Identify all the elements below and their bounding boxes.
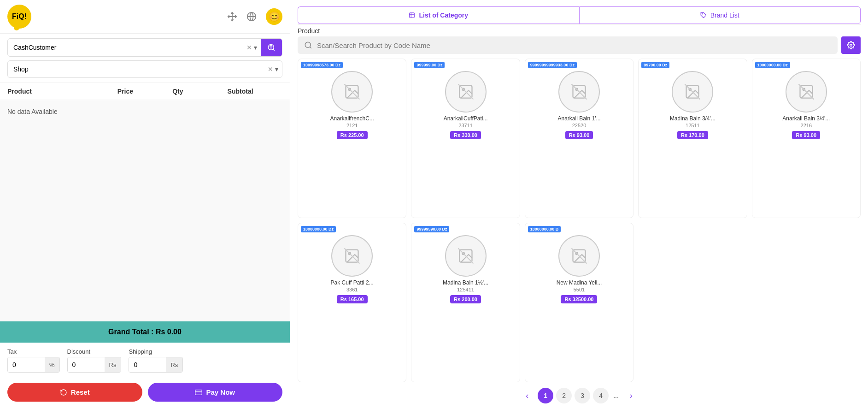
customer-clear-button[interactable]: ✕: [246, 44, 252, 51]
shipping-field-group: Shipping Rs: [129, 348, 183, 373]
table-header: Product Price Qty Subtotal: [0, 83, 290, 100]
grand-total-label: Grand Total : Rs 0.00: [108, 328, 182, 336]
tax-label: Tax: [7, 348, 60, 355]
pagination-page-2[interactable]: 2: [556, 388, 572, 403]
no-image-icon: [571, 248, 587, 264]
settings-button[interactable]: [841, 36, 861, 54]
customer-dropdown-button[interactable]: ▾: [254, 44, 257, 51]
discount-label: Discount: [67, 348, 122, 355]
search-input-wrap: [298, 36, 838, 54]
pagination-page-1[interactable]: 1: [538, 388, 553, 403]
col-qty: Qty: [172, 88, 227, 95]
shop-actions: ✕ ▾: [264, 65, 282, 73]
product-code: 12511: [686, 123, 700, 128]
shipping-label: Shipping: [129, 348, 183, 355]
price-badge: Rs 32500.00: [561, 295, 597, 303]
product-image: [786, 71, 827, 113]
price-badge: Rs 330.00: [450, 131, 481, 139]
pagination-page-3[interactable]: 3: [575, 388, 590, 403]
search-icon: [304, 41, 312, 49]
app-logo: FiQ!: [7, 5, 31, 29]
svg-line-28: [458, 249, 473, 264]
col-subtotal: Subtotal: [228, 88, 282, 95]
no-image-icon: [457, 83, 474, 100]
search-input[interactable]: [317, 41, 831, 49]
price-badge: Rs 93.00: [565, 131, 593, 139]
svg-line-19: [685, 84, 700, 100]
product-image: [558, 235, 600, 277]
shop-clear-button[interactable]: ✕: [268, 65, 273, 73]
product-image: [331, 71, 373, 113]
pay-label: Pay Now: [206, 388, 235, 396]
shipping-input-wrap: Rs: [129, 357, 183, 373]
no-image-icon: [344, 83, 360, 100]
shop-input[interactable]: [8, 61, 264, 77]
stock-badge: 999999.00 Dz: [414, 62, 445, 68]
product-card[interactable]: 10099998573.00 Dz AnarkalifrenchC... 212…: [298, 59, 406, 218]
pagination-page-4[interactable]: 4: [593, 388, 609, 403]
shipping-suffix: Rs: [166, 357, 182, 372]
tab-brand-list-label: Brand List: [710, 12, 739, 19]
table-body: No data Available: [0, 100, 290, 321]
product-name: Anarkali Bain 1'...: [529, 115, 629, 122]
product-code: 2216: [801, 123, 812, 128]
discount-input[interactable]: [68, 357, 105, 372]
svg-rect-3: [195, 390, 202, 395]
smiley-avatar[interactable]: 😊: [266, 8, 282, 25]
no-image-icon: [571, 83, 587, 100]
right-panel: List of Category Brand List Product 1009…: [290, 0, 868, 409]
product-name: Madina Bain 3/4'...: [642, 115, 743, 122]
product-card[interactable]: 999999.00 Dz AnarkaliCuffPati... 23711 R…: [411, 59, 520, 218]
tab-list-of-category-label: List of Category: [419, 12, 468, 19]
logo-text: FiQ!: [12, 12, 27, 21]
move-icon-button[interactable]: [227, 12, 237, 22]
pagination-prev[interactable]: ‹: [519, 388, 535, 403]
product-card[interactable]: 99700.00 Dz Madina Bain 3/4'... 12511 Rs…: [638, 59, 747, 218]
discount-field-group: Discount Rs: [67, 348, 122, 373]
pagination-next[interactable]: ›: [623, 388, 639, 403]
tax-input[interactable]: [8, 357, 45, 372]
discount-input-wrap: Rs: [67, 357, 122, 373]
svg-rect-4: [410, 13, 415, 18]
product-card[interactable]: 10000000.00 Dz Pak Cuff Patti 2... 3361 …: [298, 223, 406, 382]
bottom-form: Tax % Discount Rs Shipping Rs: [0, 343, 290, 378]
product-card[interactable]: 99999590.00 Dz Madina Bain 1½'... 125411…: [411, 223, 520, 382]
globe-icon-button[interactable]: [246, 12, 257, 22]
col-price: Price: [117, 88, 172, 95]
reset-button[interactable]: Reset: [7, 383, 142, 402]
stock-badge: 10000000.00 Dz: [301, 226, 336, 232]
product-name: AnarkalifrenchC...: [302, 115, 402, 122]
price-badge: Rs 93.00: [792, 131, 820, 139]
product-name: New Madina Yell...: [529, 279, 629, 286]
pay-now-button[interactable]: Pay Now: [148, 383, 283, 402]
product-image: [558, 71, 600, 113]
tab-brand-list[interactable]: Brand List: [579, 6, 861, 24]
discount-suffix: Rs: [105, 357, 121, 372]
action-buttons: Reset Pay Now: [0, 378, 290, 409]
product-label-text: Product: [298, 27, 320, 35]
product-grid: 10099998573.00 Dz AnarkalifrenchC... 212…: [298, 59, 861, 382]
pagination: ‹1234...›: [298, 382, 861, 409]
product-card[interactable]: 10000000.00 Dz Anarkali Bain 3/4'... 221…: [752, 59, 861, 218]
shipping-input[interactable]: [129, 357, 166, 372]
stock-badge: 10000000.00 Dz: [755, 62, 790, 68]
product-section-label: Product: [298, 24, 861, 36]
tax-input-wrap: %: [7, 357, 60, 373]
product-name: Madina Bain 1½'...: [415, 279, 516, 286]
customer-search-button[interactable]: [261, 39, 282, 56]
svg-point-5: [702, 13, 703, 14]
svg-line-22: [798, 84, 814, 100]
pagination-ellipsis: ...: [611, 392, 621, 399]
left-panel: FiQ! 😊 ✕ ▾: [0, 0, 290, 409]
product-card[interactable]: 99999999999933.00 Dz Anarkali Bain 1'...…: [525, 59, 633, 218]
form-section: ✕ ▾ ✕ ▾: [0, 34, 290, 83]
product-card[interactable]: 10000000.00 B New Madina Yell... 5501 Rs…: [525, 223, 633, 382]
tax-field-group: Tax %: [7, 348, 60, 373]
tab-list-of-category[interactable]: List of Category: [298, 6, 579, 24]
no-image-icon: [457, 248, 474, 264]
svg-line-16: [571, 84, 586, 100]
stock-badge: 10000000.00 B: [528, 226, 561, 232]
no-data-text: No data Available: [7, 108, 58, 115]
shop-dropdown-button[interactable]: ▾: [275, 65, 278, 73]
customer-input[interactable]: [8, 39, 243, 56]
